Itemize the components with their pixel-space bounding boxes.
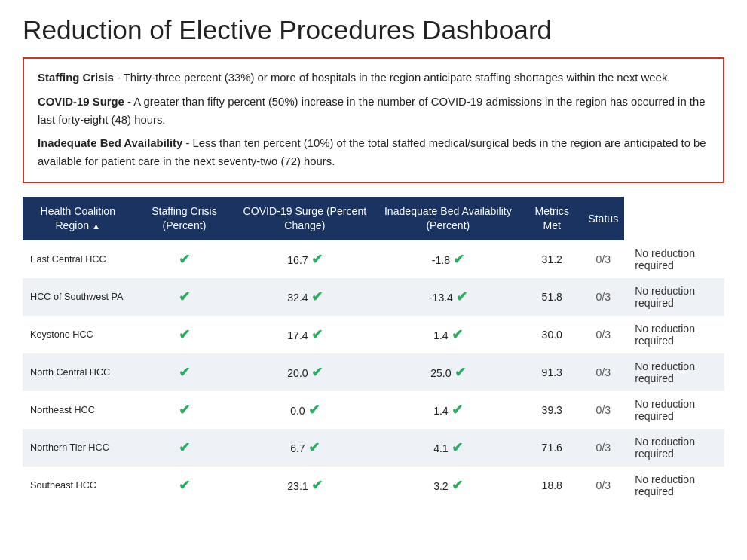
cell-status: No reduction required xyxy=(624,467,724,504)
cell-covid-value: 4.1 ✔ xyxy=(375,429,522,467)
cell-covid-value: 3.2 ✔ xyxy=(375,467,522,504)
check-icon: ✔ xyxy=(311,289,323,304)
cell-region: East Central HCC xyxy=(23,240,133,278)
check-icon: ✔ xyxy=(455,364,466,380)
cell-staffing-value: 32.4 ✔ xyxy=(235,278,374,316)
sort-arrow-icon[interactable]: ▲ xyxy=(92,221,100,232)
th-staffing: Staffing Crisis (Percent) xyxy=(133,197,236,240)
table-row: Northeast HCC ✔ 0.0 ✔ 1.4 ✔ 39.3 0/3 No … xyxy=(23,391,724,429)
legend-bed-availability: Inadequate Bed Availability - Less than … xyxy=(38,135,709,171)
dashboard-table: Health Coalition Region ▲ Staffing Crisi… xyxy=(23,197,724,504)
legend-bed-availability-term: Inadequate Bed Availability xyxy=(38,137,185,149)
check-icon: ✔ xyxy=(179,477,190,493)
check-icon: ✔ xyxy=(452,439,463,455)
cell-status: No reduction required xyxy=(624,429,724,467)
table-row: East Central HCC ✔ 16.7 ✔ -1.8 ✔ 31.2 0/… xyxy=(23,240,724,278)
cell-staffing-value: 16.7 ✔ xyxy=(235,240,374,278)
cell-bed-value: 31.2 xyxy=(522,240,582,278)
check-icon: ✔ xyxy=(452,326,463,342)
legend-staffing-crisis-term: Staffing Crisis xyxy=(38,72,117,84)
th-region-label: Health Coalition Region xyxy=(41,205,115,231)
cell-staffing-value: 6.7 ✔ xyxy=(235,429,374,467)
cell-status: No reduction required xyxy=(624,240,724,278)
table-row: North Central HCC ✔ 20.0 ✔ 25.0 ✔ 91.3 0… xyxy=(23,353,724,391)
cell-region: Northern Tier HCC xyxy=(23,429,133,467)
cell-metrics: 0/3 xyxy=(582,467,624,504)
legend-covid-surge-term: COVID-19 Surge xyxy=(38,96,127,108)
check-icon: ✔ xyxy=(456,289,467,304)
legend-staffing-crisis-def: - Thirty-three percent (33%) or more of … xyxy=(117,72,671,84)
cell-metrics: 0/3 xyxy=(582,316,624,353)
cell-metrics: 0/3 xyxy=(582,429,624,467)
cell-bed-value: 39.3 xyxy=(522,391,582,429)
check-icon: ✔ xyxy=(452,402,463,418)
table-row: Southeast HCC ✔ 23.1 ✔ 3.2 ✔ 18.8 0/3 No… xyxy=(23,467,724,504)
cell-staffing-check: ✔ xyxy=(133,316,236,353)
cell-bed-value: 18.8 xyxy=(522,467,582,504)
cell-covid-value: -13.4 ✔ xyxy=(375,278,522,316)
cell-staffing-value: 23.1 ✔ xyxy=(235,467,374,504)
cell-bed-value: 91.3 xyxy=(522,353,582,391)
cell-status: No reduction required xyxy=(624,391,724,429)
cell-covid-value: 1.4 ✔ xyxy=(375,391,522,429)
cell-region: Southeast HCC xyxy=(23,467,133,504)
check-icon: ✔ xyxy=(179,402,190,418)
th-bed: Inadequate Bed Availability (Percent) xyxy=(375,197,522,240)
th-region: Health Coalition Region ▲ xyxy=(23,197,133,240)
check-icon: ✔ xyxy=(179,439,190,455)
legend-staffing-crisis: Staffing Crisis - Thirty-three percent (… xyxy=(38,69,709,87)
cell-region: HCC of Southwest PA xyxy=(23,278,133,316)
check-icon: ✔ xyxy=(179,326,190,342)
cell-staffing-value: 17.4 ✔ xyxy=(235,316,374,353)
th-covid: COVID-19 Surge (Percent Change) xyxy=(235,197,374,240)
cell-covid-value: 25.0 ✔ xyxy=(375,353,522,391)
check-icon: ✔ xyxy=(311,326,323,342)
check-icon: ✔ xyxy=(452,477,463,493)
check-icon: ✔ xyxy=(179,251,190,267)
cell-staffing-check: ✔ xyxy=(133,429,236,467)
cell-region: North Central HCC xyxy=(23,353,133,391)
check-icon: ✔ xyxy=(453,251,464,267)
check-icon: ✔ xyxy=(179,289,190,304)
check-icon: ✔ xyxy=(311,477,323,493)
table-row: Keystone HCC ✔ 17.4 ✔ 1.4 ✔ 30.0 0/3 No … xyxy=(23,316,724,353)
cell-bed-value: 51.8 xyxy=(522,278,582,316)
check-icon: ✔ xyxy=(311,251,323,267)
cell-covid-value: 1.4 ✔ xyxy=(375,316,522,353)
cell-staffing-check: ✔ xyxy=(133,353,236,391)
cell-bed-value: 30.0 xyxy=(522,316,582,353)
cell-status: No reduction required xyxy=(624,316,724,353)
cell-region: Keystone HCC xyxy=(23,316,133,353)
legend-covid-surge-def: - A greater than fifty percent (50%) inc… xyxy=(38,96,706,126)
table-body: East Central HCC ✔ 16.7 ✔ -1.8 ✔ 31.2 0/… xyxy=(23,240,724,504)
cell-staffing-check: ✔ xyxy=(133,240,236,278)
th-metrics: Metrics Met xyxy=(522,197,582,240)
cell-metrics: 0/3 xyxy=(582,391,624,429)
cell-covid-value: -1.8 ✔ xyxy=(375,240,522,278)
cell-metrics: 0/3 xyxy=(582,353,624,391)
th-status: Status xyxy=(582,197,624,240)
legend-covid-surge: COVID-19 Surge - A greater than fifty pe… xyxy=(38,93,709,130)
check-icon: ✔ xyxy=(308,439,320,455)
cell-staffing-value: 20.0 ✔ xyxy=(235,353,374,391)
check-icon: ✔ xyxy=(311,364,323,380)
cell-status: No reduction required xyxy=(624,353,724,391)
table-header-row: Health Coalition Region ▲ Staffing Crisi… xyxy=(23,197,724,240)
cell-region: Northeast HCC xyxy=(23,391,133,429)
cell-status: No reduction required xyxy=(624,278,724,316)
table-row: HCC of Southwest PA ✔ 32.4 ✔ -13.4 ✔ 51.… xyxy=(23,278,724,316)
cell-staffing-value: 0.0 ✔ xyxy=(235,391,374,429)
cell-metrics: 0/3 xyxy=(582,240,624,278)
cell-bed-value: 71.6 xyxy=(522,429,582,467)
cell-metrics: 0/3 xyxy=(582,278,624,316)
check-icon: ✔ xyxy=(179,364,190,380)
page-title: Reduction of Elective Procedures Dashboa… xyxy=(23,15,724,45)
table-row: Northern Tier HCC ✔ 6.7 ✔ 4.1 ✔ 71.6 0/3… xyxy=(23,429,724,467)
cell-staffing-check: ✔ xyxy=(133,391,236,429)
cell-staffing-check: ✔ xyxy=(133,278,236,316)
cell-staffing-check: ✔ xyxy=(133,467,236,504)
legend-box: Staffing Crisis - Thirty-three percent (… xyxy=(23,57,724,183)
check-icon: ✔ xyxy=(308,402,320,418)
